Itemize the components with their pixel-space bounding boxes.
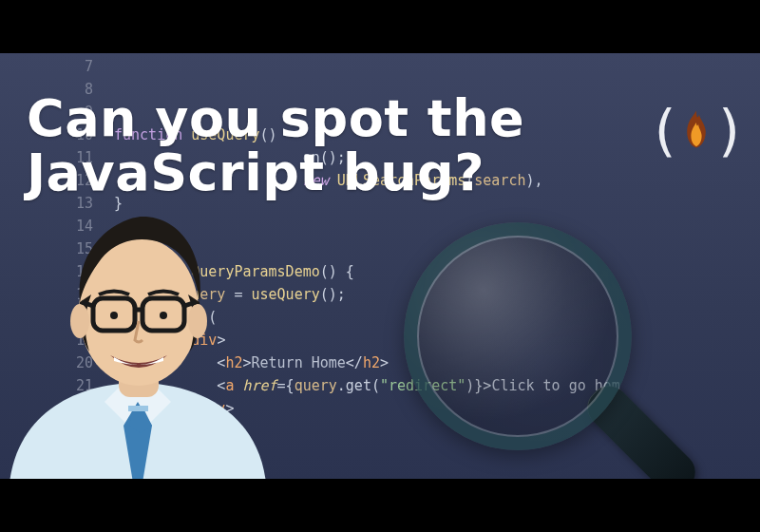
svg-point-3 (188, 304, 207, 338)
svg-point-2 (70, 304, 89, 338)
brand-logo: ( ) (655, 99, 739, 163)
magnifier-icon (404, 222, 689, 479)
letterbox-top (0, 0, 760, 53)
flame-icon (680, 109, 712, 149)
person-portrait (0, 188, 276, 479)
svg-point-9 (110, 312, 118, 319)
video-title: Can you spot the JavaScript bug? (27, 91, 627, 200)
thumbnail-frame: 5export default function Root() { 6 retu… (0, 53, 760, 479)
video-title-line1: Can you spot the (27, 88, 524, 148)
svg-point-10 (160, 312, 167, 319)
logo-paren-close: ) (718, 99, 739, 163)
logo-paren-open: ( (655, 99, 675, 163)
letterbox-bottom (0, 479, 760, 532)
